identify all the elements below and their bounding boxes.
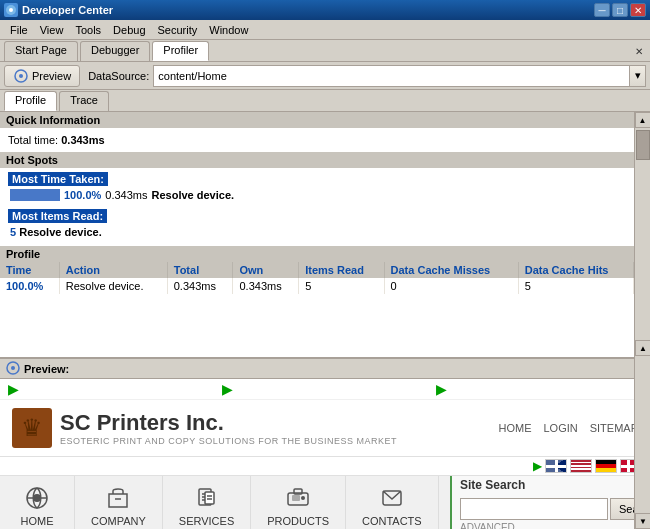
menu-security[interactable]: Security (152, 22, 204, 38)
nav-item-products[interactable]: PRODUCTS (251, 476, 346, 529)
search-panel: Site Search Search ADVANCED (450, 476, 650, 529)
tab-trace[interactable]: Trace (59, 91, 109, 111)
hot-spots-title: Hot Spots (6, 154, 58, 166)
svg-rect-9 (109, 494, 127, 507)
cell-action: Resolve device. (59, 278, 167, 294)
datasource-input[interactable] (153, 65, 630, 87)
logo-icon: ♛ (12, 408, 52, 448)
preview-section: Preview: ✕ ▶ ▶ ▶ ♛ SC Printers Inc. E (0, 357, 650, 529)
play-left-icon[interactable]: ▶ (8, 381, 19, 397)
minimize-button[interactable]: ─ (594, 3, 610, 17)
nav-label-services: SERVICES (179, 515, 234, 527)
search-title: Site Search (460, 478, 642, 492)
nav-sitemap-link[interactable]: SITEMAP (590, 422, 638, 434)
time-progress-action: Resolve device. (152, 189, 235, 201)
cell-own: 0.343ms (233, 278, 299, 294)
datasource-dropdown[interactable]: ▾ (630, 65, 646, 87)
scroll-thumb[interactable] (636, 130, 650, 160)
nav-label-company: COMPANY (91, 515, 146, 527)
menu-file[interactable]: File (4, 22, 34, 38)
nav-item-company[interactable]: COMPANY (75, 476, 163, 529)
profiler-section: Profile Trace Quick Information Total ti… (0, 90, 650, 357)
profile-table-header: Profile (0, 246, 634, 262)
website-header: ♛ SC Printers Inc. ESOTERIC PRINT AND CO… (0, 400, 650, 457)
menu-window[interactable]: Window (203, 22, 254, 38)
hot-spots-header: Hot Spots (0, 152, 634, 168)
play-center-icon[interactable]: ▶ (222, 381, 233, 397)
cell-time: 100.0% (0, 278, 59, 294)
most-time-taken-label: Most Time Taken: (8, 172, 108, 186)
preview-button[interactable]: Preview (4, 65, 80, 87)
flag-us[interactable] (570, 459, 592, 473)
cell-cache-hits: 5 (518, 278, 633, 294)
svg-point-1 (9, 8, 13, 12)
nav-item-services[interactable]: SERVICES (163, 476, 251, 529)
total-time-value: 0.343ms (61, 134, 104, 146)
profile-tab-bar: Profile Trace (0, 90, 650, 112)
app-title: Developer Center (22, 4, 594, 16)
table-header-row: Time Action Total Own Items Read Data Ca… (0, 262, 634, 278)
most-items-read-label: Most Items Read: (8, 209, 107, 223)
preview-scrollbar[interactable]: ▲ ▼ (634, 357, 650, 529)
advanced-label[interactable]: ADVANCED (460, 522, 642, 529)
company-icon (104, 484, 132, 512)
logo-text-block: SC Printers Inc. ESOTERIC PRINT AND COPY… (60, 410, 397, 446)
table-row: 100.0% Resolve device. 0.343ms 0.343ms 5… (0, 278, 634, 294)
tab-profiler[interactable]: Profiler (152, 41, 209, 61)
play-flag-icon: ▶ (533, 459, 542, 473)
col-data-cache-misses: Data Cache Misses (384, 262, 518, 278)
col-items-read: Items Read (299, 262, 384, 278)
col-data-cache-hits: Data Cache Hits (518, 262, 633, 278)
top-tab-bar: Start Page Debugger Profiler ✕ (0, 40, 650, 62)
col-time: Time (0, 262, 59, 278)
preview-icon (6, 361, 20, 377)
scroll-up-arrow[interactable]: ▲ (635, 112, 651, 128)
items-action: Resolve device. (19, 226, 102, 238)
nav-login-link[interactable]: LOGIN (543, 422, 577, 434)
website-nav-bar: HOME COMPANY SERVICES (0, 476, 650, 529)
preview-icon (13, 68, 29, 84)
svg-point-5 (11, 366, 15, 370)
col-own: Own (233, 262, 299, 278)
nav-item-home[interactable]: HOME (0, 476, 75, 529)
cell-cache-misses: 0 (384, 278, 518, 294)
tab-debugger[interactable]: Debugger (80, 41, 150, 61)
menu-debug[interactable]: Debug (107, 22, 151, 38)
play-right-icon[interactable]: ▶ (436, 381, 447, 397)
window-controls: ─ □ ✕ (594, 3, 646, 17)
menu-tools[interactable]: Tools (69, 22, 107, 38)
profile-table-title: Profile (6, 248, 40, 260)
play-arrows-bar: ▶ ▶ ▶ (0, 379, 650, 400)
nav-label-contacts: CONTACTS (362, 515, 422, 527)
app-icon (4, 3, 18, 17)
nav-label-products: PRODUCTS (267, 515, 329, 527)
profiler-scrollbar[interactable]: ▲ ▼ (634, 112, 650, 357)
tab-close-button[interactable]: ✕ (632, 44, 646, 58)
tab-profile[interactable]: Profile (4, 91, 57, 111)
most-items-read-item: Most Items Read: 5 Resolve device. (0, 205, 634, 242)
search-input[interactable] (460, 498, 608, 520)
contacts-icon (378, 484, 406, 512)
home-icon (23, 484, 51, 512)
total-time: Total time: 0.343ms (0, 128, 634, 152)
close-button[interactable]: ✕ (630, 3, 646, 17)
nav-home-link[interactable]: HOME (498, 422, 531, 434)
items-read-info: 5 Resolve device. (8, 226, 626, 238)
tab-start-page[interactable]: Start Page (4, 41, 78, 61)
profiler-content: Quick Information Total time: 0.343ms Ho… (0, 112, 634, 357)
preview-scroll-down[interactable]: ▼ (635, 513, 650, 529)
cell-items-read: 5 (299, 278, 384, 294)
menu-view[interactable]: View (34, 22, 70, 38)
flags-bar: ▶ (0, 457, 650, 476)
svg-point-3 (19, 74, 23, 78)
flag-uk[interactable] (545, 459, 567, 473)
nav-item-contacts[interactable]: CONTACTS (346, 476, 439, 529)
svg-rect-15 (205, 492, 214, 504)
flag-de[interactable] (595, 459, 617, 473)
svg-rect-21 (294, 489, 302, 494)
nav-label-home: HOME (21, 515, 54, 527)
time-progress-bar-container: 100.0% 0.343ms Resolve device. (8, 189, 626, 201)
preview-bar: Preview: ✕ (0, 357, 650, 379)
menu-bar: File View Tools Debug Security Window (0, 20, 650, 40)
maximize-button[interactable]: □ (612, 3, 628, 17)
